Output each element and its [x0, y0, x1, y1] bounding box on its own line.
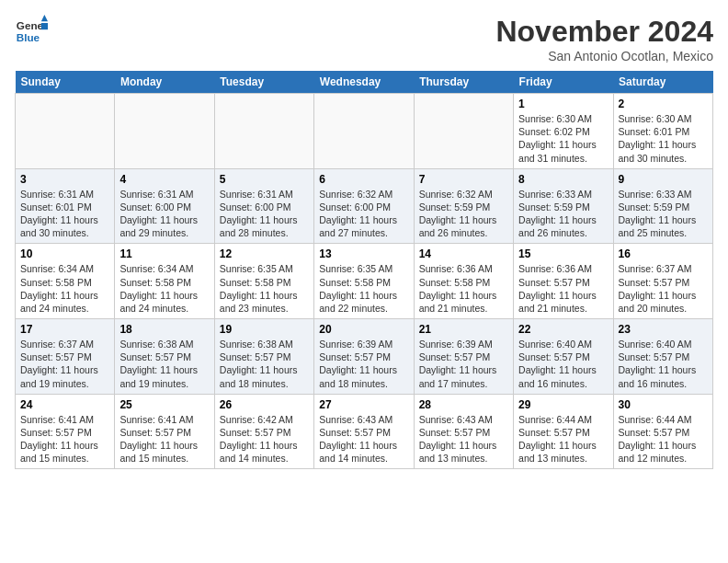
day-info: Sunrise: 6:34 AM Sunset: 5:58 PM Dayligh…: [119, 262, 209, 315]
day-info: Sunrise: 6:39 AM Sunset: 5:57 PM Dayligh…: [319, 338, 408, 390]
day-info: Sunrise: 6:33 AM Sunset: 5:59 PM Dayligh…: [518, 188, 608, 240]
calendar-day-cell: [414, 94, 513, 169]
calendar-day-cell: 1Sunrise: 6:30 AM Sunset: 6:02 PM Daylig…: [514, 94, 613, 169]
day-info: Sunrise: 6:41 AM Sunset: 5:57 PM Dayligh…: [119, 413, 209, 465]
day-number: 12: [220, 247, 309, 260]
header: General Blue November 2024 San Antonio O…: [15, 15, 713, 63]
calendar-day-cell: 23Sunrise: 6:40 AM Sunset: 5:57 PM Dayli…: [613, 319, 712, 395]
calendar-day-cell: [314, 94, 414, 169]
calendar-day-cell: 20Sunrise: 6:39 AM Sunset: 5:57 PM Dayli…: [314, 319, 414, 395]
calendar-day-cell: 3Sunrise: 6:31 AM Sunset: 6:01 PM Daylig…: [16, 168, 115, 244]
calendar-day-cell: 25Sunrise: 6:41 AM Sunset: 5:57 PM Dayli…: [115, 394, 214, 469]
calendar-day-cell: 19Sunrise: 6:38 AM Sunset: 5:57 PM Dayli…: [214, 319, 313, 395]
calendar-body: 1Sunrise: 6:30 AM Sunset: 6:02 PM Daylig…: [16, 94, 713, 469]
weekday-header: Sunday: [16, 71, 115, 94]
day-info: Sunrise: 6:40 AM Sunset: 5:57 PM Dayligh…: [518, 338, 608, 390]
day-number: 23: [619, 323, 708, 336]
calendar-week-row: 3Sunrise: 6:31 AM Sunset: 6:01 PM Daylig…: [16, 168, 713, 244]
day-number: 4: [119, 173, 209, 186]
day-info: Sunrise: 6:39 AM Sunset: 5:57 PM Dayligh…: [419, 338, 508, 390]
day-info: Sunrise: 6:38 AM Sunset: 5:57 PM Dayligh…: [119, 338, 209, 390]
day-info: Sunrise: 6:44 AM Sunset: 5:57 PM Dayligh…: [518, 413, 608, 465]
svg-marker-2: [41, 15, 48, 21]
calendar-day-cell: 14Sunrise: 6:36 AM Sunset: 5:58 PM Dayli…: [414, 244, 513, 319]
day-info: Sunrise: 6:34 AM Sunset: 5:58 PM Dayligh…: [20, 262, 109, 315]
day-number: 24: [20, 398, 109, 411]
svg-marker-3: [41, 23, 48, 29]
calendar-table: SundayMondayTuesdayWednesdayThursdayFrid…: [15, 71, 713, 469]
calendar-day-cell: 26Sunrise: 6:42 AM Sunset: 5:57 PM Dayli…: [214, 394, 313, 469]
day-info: Sunrise: 6:36 AM Sunset: 5:57 PM Dayligh…: [518, 262, 608, 315]
calendar-day-cell: 12Sunrise: 6:35 AM Sunset: 5:58 PM Dayli…: [214, 244, 313, 319]
day-info: Sunrise: 6:43 AM Sunset: 5:57 PM Dayligh…: [419, 413, 508, 465]
calendar-day-cell: 30Sunrise: 6:44 AM Sunset: 5:57 PM Dayli…: [613, 394, 712, 469]
day-info: Sunrise: 6:42 AM Sunset: 5:57 PM Dayligh…: [220, 413, 309, 465]
calendar-week-row: 24Sunrise: 6:41 AM Sunset: 5:57 PM Dayli…: [16, 394, 713, 469]
title-area: November 2024 San Antonio Ocotlan, Mexic…: [495, 15, 713, 63]
calendar-day-cell: 29Sunrise: 6:44 AM Sunset: 5:57 PM Dayli…: [514, 394, 613, 469]
day-number: 9: [619, 173, 708, 186]
weekday-header: Monday: [115, 71, 214, 94]
day-number: 18: [119, 323, 209, 336]
calendar-week-row: 1Sunrise: 6:30 AM Sunset: 6:02 PM Daylig…: [16, 94, 713, 169]
day-number: 6: [319, 173, 408, 186]
calendar-day-cell: 5Sunrise: 6:31 AM Sunset: 6:00 PM Daylig…: [214, 168, 313, 244]
logo: General Blue: [15, 15, 48, 48]
calendar-day-cell: 28Sunrise: 6:43 AM Sunset: 5:57 PM Dayli…: [414, 394, 513, 469]
day-info: Sunrise: 6:37 AM Sunset: 5:57 PM Dayligh…: [619, 262, 708, 315]
calendar-day-cell: 15Sunrise: 6:36 AM Sunset: 5:57 PM Dayli…: [514, 244, 613, 319]
svg-text:Blue: Blue: [17, 31, 40, 43]
day-info: Sunrise: 6:33 AM Sunset: 5:59 PM Dayligh…: [619, 188, 708, 240]
calendar-day-cell: 18Sunrise: 6:38 AM Sunset: 5:57 PM Dayli…: [115, 319, 214, 395]
day-number: 20: [319, 323, 408, 336]
day-info: Sunrise: 6:31 AM Sunset: 6:00 PM Dayligh…: [220, 188, 309, 240]
day-number: 26: [220, 398, 309, 411]
calendar-day-cell: 27Sunrise: 6:43 AM Sunset: 5:57 PM Dayli…: [314, 394, 414, 469]
day-number: 15: [518, 247, 608, 260]
day-number: 11: [119, 247, 209, 260]
logo-icon: General Blue: [15, 15, 48, 48]
day-info: Sunrise: 6:31 AM Sunset: 6:01 PM Dayligh…: [20, 188, 109, 240]
calendar-day-cell: 13Sunrise: 6:35 AM Sunset: 5:58 PM Dayli…: [314, 244, 414, 319]
weekday-header: Friday: [514, 71, 613, 94]
day-info: Sunrise: 6:31 AM Sunset: 6:00 PM Dayligh…: [119, 188, 209, 240]
day-number: 13: [319, 247, 408, 260]
day-number: 30: [619, 398, 708, 411]
day-number: 14: [419, 247, 508, 260]
day-info: Sunrise: 6:43 AM Sunset: 5:57 PM Dayligh…: [319, 413, 408, 465]
day-info: Sunrise: 6:32 AM Sunset: 6:00 PM Dayligh…: [319, 188, 408, 240]
calendar-day-cell: 22Sunrise: 6:40 AM Sunset: 5:57 PM Dayli…: [514, 319, 613, 395]
calendar-day-cell: 17Sunrise: 6:37 AM Sunset: 5:57 PM Dayli…: [16, 319, 115, 395]
day-number: 19: [220, 323, 309, 336]
day-info: Sunrise: 6:44 AM Sunset: 5:57 PM Dayligh…: [619, 413, 708, 465]
calendar-day-cell: 2Sunrise: 6:30 AM Sunset: 6:01 PM Daylig…: [613, 94, 712, 169]
calendar-week-row: 17Sunrise: 6:37 AM Sunset: 5:57 PM Dayli…: [16, 319, 713, 395]
calendar-day-cell: 4Sunrise: 6:31 AM Sunset: 6:00 PM Daylig…: [115, 168, 214, 244]
day-info: Sunrise: 6:35 AM Sunset: 5:58 PM Dayligh…: [220, 262, 309, 315]
calendar-day-cell: 8Sunrise: 6:33 AM Sunset: 5:59 PM Daylig…: [514, 168, 613, 244]
calendar-day-cell: 7Sunrise: 6:32 AM Sunset: 5:59 PM Daylig…: [414, 168, 513, 244]
calendar-day-cell: [16, 94, 115, 169]
day-info: Sunrise: 6:40 AM Sunset: 5:57 PM Dayligh…: [619, 338, 708, 390]
day-number: 25: [119, 398, 209, 411]
day-number: 22: [518, 323, 608, 336]
calendar-day-cell: 9Sunrise: 6:33 AM Sunset: 5:59 PM Daylig…: [613, 168, 712, 244]
calendar-week-row: 10Sunrise: 6:34 AM Sunset: 5:58 PM Dayli…: [16, 244, 713, 319]
day-number: 17: [20, 323, 109, 336]
day-number: 29: [518, 398, 608, 411]
calendar-day-cell: 24Sunrise: 6:41 AM Sunset: 5:57 PM Dayli…: [16, 394, 115, 469]
day-info: Sunrise: 6:37 AM Sunset: 5:57 PM Dayligh…: [20, 338, 109, 390]
calendar-day-cell: 16Sunrise: 6:37 AM Sunset: 5:57 PM Dayli…: [613, 244, 712, 319]
day-info: Sunrise: 6:32 AM Sunset: 5:59 PM Dayligh…: [419, 188, 508, 240]
day-number: 10: [20, 247, 109, 260]
day-info: Sunrise: 6:30 AM Sunset: 6:01 PM Dayligh…: [619, 112, 708, 165]
calendar-day-cell: 11Sunrise: 6:34 AM Sunset: 5:58 PM Dayli…: [115, 244, 214, 319]
location: San Antonio Ocotlan, Mexico: [495, 49, 713, 63]
day-info: Sunrise: 6:41 AM Sunset: 5:57 PM Dayligh…: [20, 413, 109, 465]
day-info: Sunrise: 6:36 AM Sunset: 5:58 PM Dayligh…: [419, 262, 508, 315]
weekday-header: Thursday: [414, 71, 513, 94]
day-number: 28: [419, 398, 508, 411]
day-info: Sunrise: 6:30 AM Sunset: 6:02 PM Dayligh…: [518, 112, 608, 165]
weekday-header: Wednesday: [314, 71, 414, 94]
day-number: 5: [220, 173, 309, 186]
